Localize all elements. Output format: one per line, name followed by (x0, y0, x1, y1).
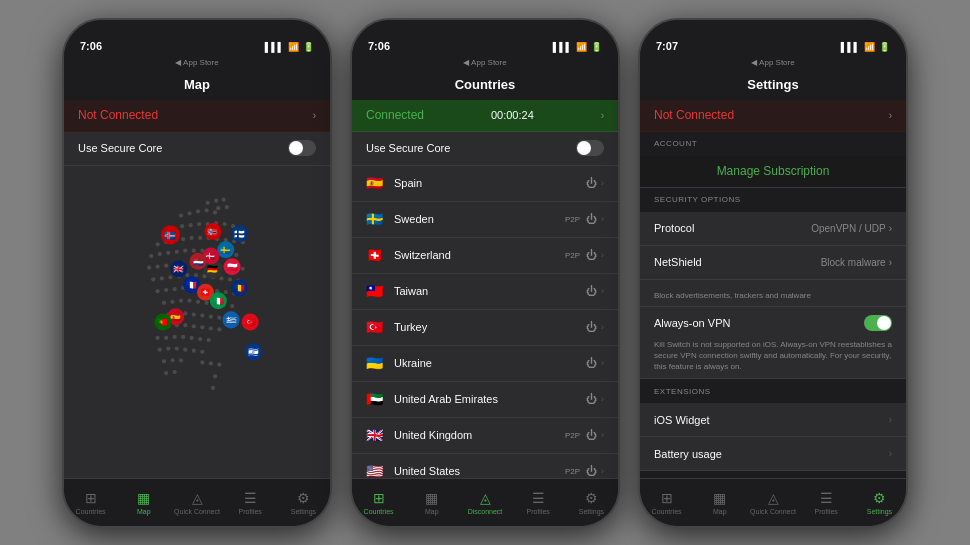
map-tab-label: Map (713, 508, 727, 515)
netshield-row[interactable]: NetShield Block malware › (640, 246, 906, 280)
extensions-section-header: EXTENSIONS (640, 379, 906, 403)
chevron-right-icon: › (601, 110, 604, 121)
tab-profiles[interactable]: ☰ Profiles (800, 490, 853, 515)
power-icon[interactable]: ⏻ (586, 249, 597, 261)
secure-core-row[interactable]: Use Secure Core (352, 132, 618, 166)
power-icon[interactable]: ⏻ (586, 177, 597, 189)
power-icon[interactable]: ⏻ (586, 465, 597, 477)
power-icon[interactable]: ⏻ (586, 213, 597, 225)
chevron-icon: › (601, 250, 604, 260)
svg-point-77 (187, 298, 191, 302)
power-icon[interactable]: ⏻ (586, 285, 597, 297)
battery-icon: 🔋 (303, 42, 314, 52)
svg-point-40 (234, 252, 238, 256)
svg-point-114 (179, 358, 183, 362)
svg-text:🇵🇹: 🇵🇹 (157, 317, 168, 328)
svg-point-109 (183, 347, 187, 351)
svg-point-120 (213, 374, 217, 378)
uk-name: United Kingdom (394, 429, 565, 441)
quick-connect-tab-icon: ◬ (192, 490, 203, 506)
disconnect-tab-icon: ◬ (480, 490, 491, 506)
secure-core-toggle[interactable] (576, 140, 604, 156)
svg-point-117 (217, 362, 221, 366)
svg-text:🇳🇴: 🇳🇴 (207, 226, 218, 237)
svg-point-78 (196, 299, 200, 303)
svg-point-100 (164, 335, 168, 339)
manage-subscription-button[interactable]: Manage Subscription (640, 156, 906, 188)
map-tab-icon: ▦ (425, 490, 438, 506)
tab-countries[interactable]: ⊞ Countries (352, 490, 405, 515)
connection-bar[interactable]: Not Connected › (640, 100, 906, 132)
svg-text:🇬🇷: 🇬🇷 (226, 315, 237, 326)
power-icon[interactable]: ⏻ (586, 321, 597, 333)
country-row-switzerland[interactable]: 🇨🇭 Switzerland P2P ⏻ › (352, 238, 618, 274)
protocol-row[interactable]: Protocol OpenVPN / UDP › (640, 212, 906, 246)
app-store-link[interactable]: ◀ App Store (751, 58, 794, 67)
country-row-uae[interactable]: 🇦🇪 United Arab Emirates ⏻ › (352, 382, 618, 418)
secure-core-row[interactable]: Use Secure Core (64, 132, 330, 166)
tab-settings[interactable]: ⚙ Settings (277, 490, 330, 515)
always-on-vpn-desc: Kill Switch is not supported on iOS. Alw… (654, 339, 892, 379)
svg-text:🇵🇱: 🇵🇱 (227, 261, 238, 272)
ios-widget-row[interactable]: iOS Widget › (640, 403, 906, 437)
tab-profiles[interactable]: ☰ Profiles (512, 490, 565, 515)
svg-point-97 (209, 326, 213, 330)
chevron-icon: › (601, 214, 604, 224)
chevron-icon: › (601, 394, 604, 404)
secure-core-toggle[interactable] (288, 140, 316, 156)
country-row-turkey[interactable]: 🇹🇷 Turkey ⏻ › (352, 310, 618, 346)
power-icon[interactable]: ⏻ (586, 357, 597, 369)
netshield-value-text: Block malware (821, 257, 886, 268)
svg-point-116 (209, 361, 213, 365)
svg-point-42 (156, 264, 160, 268)
tab-quick-connect[interactable]: ◬ Quick Connect (746, 490, 799, 515)
countries-tab-icon: ⊞ (373, 490, 385, 506)
country-row-ukraine[interactable]: 🇺🇦 Ukraine ⏻ › (352, 346, 618, 382)
tab-disconnect[interactable]: ◬ Disconnect (458, 490, 511, 515)
tab-map[interactable]: ▦ Map (405, 490, 458, 515)
svg-point-72 (224, 290, 228, 294)
svg-point-0 (179, 213, 183, 217)
battery-usage-chevron-icon: › (889, 448, 892, 459)
app-store-link[interactable]: ◀ App Store (175, 58, 218, 67)
svg-point-22 (181, 236, 185, 240)
p2p-badge: P2P (565, 251, 580, 260)
svg-point-105 (207, 337, 211, 341)
protocol-chevron-icon: › (889, 223, 892, 234)
country-row-taiwan[interactable]: 🇹🇼 Taiwan ⏻ › (352, 274, 618, 310)
always-on-vpn-toggle[interactable] (864, 315, 892, 331)
tab-quick-connect[interactable]: ◬ Quick Connect (170, 490, 223, 515)
svg-point-12 (180, 224, 184, 228)
svg-point-61 (219, 276, 223, 280)
svg-point-99 (156, 335, 160, 339)
settings-tab-label: Settings (867, 508, 892, 515)
tab-countries[interactable]: ⊞ Countries (640, 490, 693, 515)
svg-point-87 (200, 313, 204, 317)
tab-map[interactable]: ▦ Map (117, 490, 170, 515)
tab-settings[interactable]: ⚙ Settings (565, 490, 618, 515)
secure-core-label: Use Secure Core (78, 142, 162, 154)
connection-bar[interactable]: Not Connected › (64, 100, 330, 132)
country-row-uk[interactable]: 🇬🇧 United Kingdom P2P ⏻ › (352, 418, 618, 454)
tab-countries[interactable]: ⊞ Countries (64, 490, 117, 515)
country-row-us[interactable]: 🇺🇸 United States P2P ⏻ › (352, 454, 618, 478)
tab-settings-active[interactable]: ⚙ Settings (853, 490, 906, 515)
account-section-header: ACCOUNT (640, 132, 906, 156)
uae-name: United Arab Emirates (394, 393, 586, 405)
power-icon[interactable]: ⏻ (586, 393, 597, 405)
tab-profiles[interactable]: ☰ Profiles (224, 490, 277, 515)
svg-point-64 (156, 289, 160, 293)
battery-usage-row[interactable]: Battery usage › (640, 437, 906, 471)
country-row-spain[interactable]: 🇪🇸 Spain ⏻ › (352, 166, 618, 202)
us-flag: 🇺🇸 (366, 463, 386, 478)
app-store-bar: ◀ App Store (640, 56, 906, 70)
power-icon[interactable]: ⏻ (586, 429, 597, 441)
svg-point-112 (162, 359, 166, 363)
svg-text:🇩🇰: 🇩🇰 (205, 251, 216, 262)
svg-text:🇫🇮: 🇫🇮 (234, 228, 245, 239)
app-store-link[interactable]: ◀ App Store (463, 58, 506, 67)
connection-bar[interactable]: Connected 00:00:24 › (352, 100, 618, 132)
tab-map[interactable]: ▦ Map (693, 490, 746, 515)
svg-point-52 (241, 266, 245, 270)
country-row-sweden[interactable]: 🇸🇪 Sweden P2P ⏻ › (352, 202, 618, 238)
